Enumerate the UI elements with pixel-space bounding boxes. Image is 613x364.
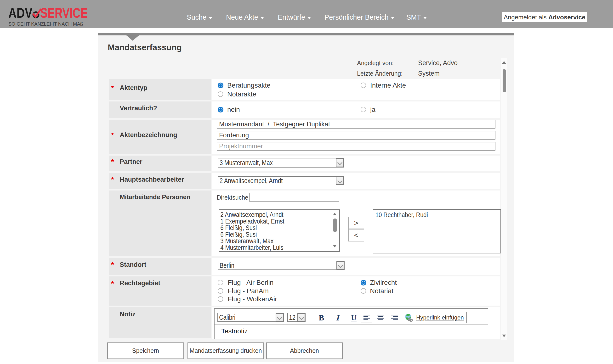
svg-text:SO GEHT KANZLEI-IT NACH MAß: SO GEHT KANZLEI-IT NACH MAß <box>8 21 83 26</box>
svg-text:ADV: ADV <box>8 7 32 21</box>
svg-text:SERVICE: SERVICE <box>40 7 88 21</box>
